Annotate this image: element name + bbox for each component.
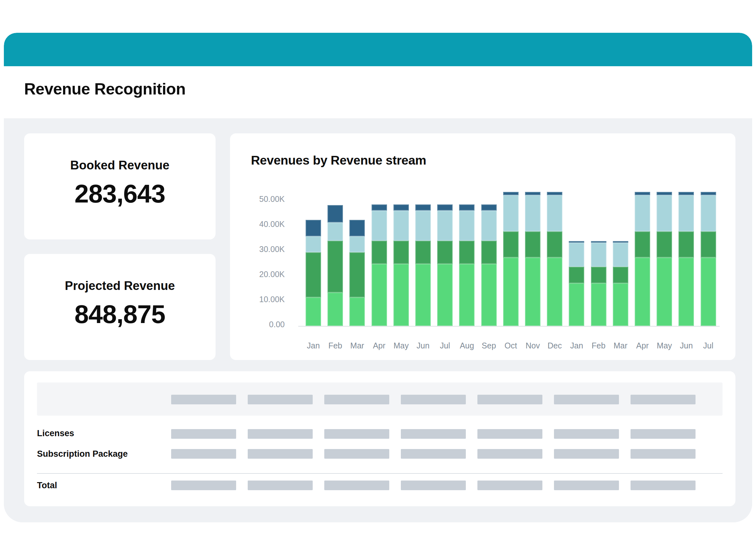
bar-segment-dark-green-stream[interactable] <box>657 232 672 258</box>
bar-segment-bright-green-stream[interactable] <box>525 258 540 326</box>
bar-segment-light-blue-stream[interactable] <box>613 243 628 267</box>
y-axis-tick-label: 40.00K <box>236 219 285 229</box>
bar-segment-bright-green-stream[interactable] <box>635 258 650 326</box>
bar-segment-dark-blue-stream[interactable] <box>415 205 431 211</box>
kpi-label-booked-revenue: Booked Revenue <box>24 159 216 172</box>
x-axis-month-label: Mar <box>609 341 632 350</box>
bar-segment-dark-green-stream[interactable] <box>525 232 540 258</box>
bar-segment-dark-blue-stream[interactable] <box>701 192 716 195</box>
bar-segment-bright-green-stream[interactable] <box>701 258 716 326</box>
bar-segment-light-blue-stream[interactable] <box>503 195 519 232</box>
bar-segment-light-blue-stream[interactable] <box>635 195 650 232</box>
bar-segment-bright-green-stream[interactable] <box>437 264 453 326</box>
bar-segment-dark-green-stream[interactable] <box>569 267 584 283</box>
bar-segment-dark-green-stream[interactable] <box>393 241 409 264</box>
bar-segment-dark-green-stream[interactable] <box>701 232 716 258</box>
bar-segment-bright-green-stream[interactable] <box>306 297 321 326</box>
bar-segment-dark-blue-stream[interactable] <box>459 205 475 211</box>
bar-segment-dark-blue-stream[interactable] <box>613 241 628 243</box>
bar-segment-dark-blue-stream[interactable] <box>503 192 519 195</box>
x-axis-month-label: Dec <box>543 341 566 350</box>
bar-segment-dark-blue-stream[interactable] <box>437 205 453 211</box>
bar-segment-light-blue-stream[interactable] <box>327 223 343 241</box>
x-axis-month-label: Apr <box>631 341 654 350</box>
bar-segment-light-blue-stream[interactable] <box>415 211 431 241</box>
bar-segment-light-blue-stream[interactable] <box>481 211 497 241</box>
bar-segment-bright-green-stream[interactable] <box>657 258 672 326</box>
x-axis-month-label: Nov <box>521 341 544 350</box>
bar-segment-dark-blue-stream[interactable] <box>481 205 497 211</box>
bar-segment-dark-blue-stream[interactable] <box>349 220 365 236</box>
bar-segment-dark-green-stream[interactable] <box>415 241 431 264</box>
bar-segment-bright-green-stream[interactable] <box>613 283 628 326</box>
bar-segment-dark-green-stream[interactable] <box>635 232 650 258</box>
bar-segment-dark-blue-stream[interactable] <box>678 192 694 195</box>
subscription-package-pill-placeholder <box>324 449 389 459</box>
total-pill-placeholder <box>401 480 466 490</box>
bar-segment-light-blue-stream[interactable] <box>591 243 606 267</box>
bar-segment-dark-green-stream[interactable] <box>349 252 365 297</box>
bar-segment-dark-green-stream[interactable] <box>437 241 453 264</box>
bar-segment-bright-green-stream[interactable] <box>547 258 562 326</box>
bar-segment-bright-green-stream[interactable] <box>459 264 475 326</box>
y-axis-tick-label: 50.00K <box>236 194 285 204</box>
bar-segment-light-blue-stream[interactable] <box>678 195 694 232</box>
kpi-card-projected-revenue: Projected Revenue 848,875 <box>24 254 216 360</box>
bar-segment-dark-green-stream[interactable] <box>327 241 343 292</box>
bar-segment-light-blue-stream[interactable] <box>349 236 365 253</box>
table-divider <box>37 473 723 474</box>
bar-segment-light-blue-stream[interactable] <box>547 195 562 232</box>
bar-segment-bright-green-stream[interactable] <box>349 297 365 326</box>
bar-segment-light-blue-stream[interactable] <box>569 243 584 267</box>
bar-segment-dark-blue-stream[interactable] <box>372 205 387 211</box>
bar-segment-light-blue-stream[interactable] <box>525 195 540 232</box>
bar-segment-bright-green-stream[interactable] <box>678 258 694 326</box>
licenses-pill-placeholder <box>631 429 696 439</box>
bar-segment-dark-green-stream[interactable] <box>613 267 628 283</box>
x-axis-month-label: Jan <box>302 341 325 350</box>
bar-segment-bright-green-stream[interactable] <box>481 264 497 326</box>
x-axis-month-label: Apr <box>368 341 391 350</box>
dashboard-body: Booked Revenue 283,643 Projected Revenue… <box>4 118 752 522</box>
bar-segment-dark-green-stream[interactable] <box>678 232 694 258</box>
bar-segment-bright-green-stream[interactable] <box>503 258 519 326</box>
y-axis-tick-label: 10.00K <box>236 294 285 304</box>
header-accent-bar <box>4 33 752 66</box>
bar-segment-bright-green-stream[interactable] <box>393 264 409 326</box>
bar-segment-bright-green-stream[interactable] <box>327 292 343 326</box>
bar-segment-light-blue-stream[interactable] <box>459 211 475 241</box>
bar-segment-dark-green-stream[interactable] <box>372 241 387 264</box>
bar-segment-dark-blue-stream[interactable] <box>591 241 606 243</box>
bar-segment-light-blue-stream[interactable] <box>657 195 672 232</box>
bar-segment-bright-green-stream[interactable] <box>415 264 431 326</box>
kpi-value-projected-revenue: 848,875 <box>24 299 216 329</box>
bar-segment-dark-green-stream[interactable] <box>459 241 475 264</box>
bar-segment-light-blue-stream[interactable] <box>372 211 387 241</box>
subscription-package-pill-placeholder <box>248 449 313 459</box>
total-pill-placeholder <box>554 480 619 490</box>
bar-segment-dark-green-stream[interactable] <box>503 232 519 258</box>
bar-segment-light-blue-stream[interactable] <box>701 195 716 232</box>
bar-segment-dark-green-stream[interactable] <box>481 241 497 264</box>
bar-segment-dark-blue-stream[interactable] <box>306 220 321 236</box>
bar-segment-dark-green-stream[interactable] <box>306 252 321 297</box>
bar-segment-dark-blue-stream[interactable] <box>393 205 409 211</box>
bar-segment-dark-blue-stream[interactable] <box>635 192 650 195</box>
bar-segment-dark-blue-stream[interactable] <box>547 192 562 195</box>
x-axis-month-label: May <box>390 341 413 350</box>
bar-segment-dark-blue-stream[interactable] <box>657 192 672 195</box>
bar-segment-dark-green-stream[interactable] <box>547 232 562 258</box>
bar-segment-light-blue-stream[interactable] <box>393 211 409 241</box>
bar-segment-dark-blue-stream[interactable] <box>569 241 584 243</box>
bar-segment-light-blue-stream[interactable] <box>306 236 321 253</box>
dashboard-page: Revenue Recognition Booked Revenue 283,6… <box>0 0 756 549</box>
bar-segment-dark-blue-stream[interactable] <box>327 205 343 223</box>
bar-segment-bright-green-stream[interactable] <box>372 264 387 326</box>
bar-segment-light-blue-stream[interactable] <box>437 211 453 241</box>
y-axis-tick-label: 0.00 <box>236 319 285 329</box>
bar-segment-bright-green-stream[interactable] <box>591 283 606 326</box>
x-axis-month-label: Jul <box>697 341 720 350</box>
bar-segment-dark-blue-stream[interactable] <box>525 192 540 195</box>
bar-segment-dark-green-stream[interactable] <box>591 267 606 283</box>
bar-segment-bright-green-stream[interactable] <box>569 283 584 326</box>
